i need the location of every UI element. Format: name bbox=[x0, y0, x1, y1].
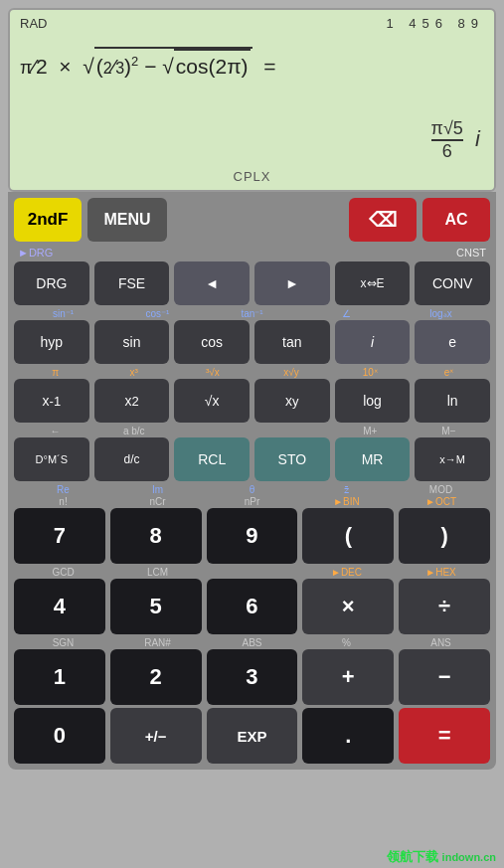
plusminus-button[interactable]: +/− bbox=[110, 708, 202, 764]
conv-button[interactable]: CONV bbox=[415, 261, 490, 305]
bin-label: ►BIN bbox=[299, 496, 394, 507]
2ndf-button[interactable]: 2ndF bbox=[14, 198, 82, 242]
lcm-label: LCM bbox=[110, 567, 205, 578]
xrty-label: x√y bbox=[252, 367, 331, 378]
rparen-button[interactable]: ) bbox=[399, 508, 490, 564]
sgn-label: SGN bbox=[16, 637, 110, 648]
row2-buttons: hyp sin cos tan i e bbox=[14, 320, 490, 364]
ac-button[interactable]: AC bbox=[422, 198, 490, 242]
abc-label: a b/c bbox=[94, 426, 173, 436]
drg-cnst-row: ►DRG CNST bbox=[14, 246, 490, 260]
cnst-sublabel: CNST bbox=[456, 247, 486, 259]
sin-button[interactable]: sin bbox=[94, 320, 170, 364]
minus-button[interactable]: − bbox=[399, 649, 490, 705]
ans-label: ANS bbox=[394, 637, 488, 648]
log-button[interactable]: log bbox=[335, 379, 411, 423]
lparen-button[interactable]: ( bbox=[302, 508, 394, 564]
tan-inv-label: tan⁻¹ bbox=[205, 308, 299, 319]
1-button[interactable]: 1 bbox=[14, 649, 105, 705]
row1-buttons: DRG FSE ◄ ► x⇔E CONV bbox=[14, 261, 490, 305]
fse-button[interactable]: FSE bbox=[94, 261, 170, 305]
drg-button[interactable]: DRG bbox=[14, 261, 89, 305]
status-bar: RAD 1 456 89 bbox=[20, 16, 484, 31]
cbrt-label: ³√x bbox=[173, 367, 252, 378]
cos-inv-label: cos⁻¹ bbox=[110, 308, 205, 319]
npr-label: nPr bbox=[205, 496, 299, 507]
xy-button[interactable]: xy bbox=[254, 379, 330, 423]
im-label: Im bbox=[110, 484, 205, 495]
spacer456 bbox=[205, 567, 299, 578]
result-text: π√5 6 i bbox=[431, 126, 480, 151]
result-area: π√5 6 i bbox=[431, 118, 480, 162]
multiply-button[interactable]: × bbox=[302, 579, 394, 634]
cos-button[interactable]: cos bbox=[174, 320, 250, 364]
i-button[interactable]: i bbox=[335, 320, 411, 364]
hex-label: ►HEX bbox=[394, 567, 488, 578]
xinv-button[interactable]: x-1 bbox=[14, 379, 89, 423]
backspace-button[interactable]: ⌫ bbox=[349, 198, 417, 242]
re-label: Re bbox=[16, 484, 110, 495]
ex-label: eˣ bbox=[410, 367, 488, 378]
x3-label: x³ bbox=[94, 367, 173, 378]
tan-button[interactable]: tan bbox=[254, 320, 330, 364]
spacer-label2 bbox=[252, 426, 331, 436]
5-button[interactable]: 5 bbox=[110, 579, 202, 634]
row3-buttons: x-1 x2 √x xy log ln bbox=[14, 379, 490, 423]
angle-label: ∠ bbox=[299, 308, 394, 319]
4-button[interactable]: 4 bbox=[14, 579, 105, 634]
8-button[interactable]: 8 bbox=[110, 508, 202, 564]
xtom-button[interactable]: x→M bbox=[415, 437, 490, 481]
num-row2: 4 5 6 × ÷ bbox=[14, 579, 490, 634]
dot-button[interactable]: . bbox=[302, 708, 394, 764]
plus-button[interactable]: + bbox=[302, 649, 394, 705]
789-sublabels: n! nCr nPr ►BIN ►OCT bbox=[14, 496, 490, 507]
divide-button[interactable]: ÷ bbox=[399, 579, 490, 634]
equals-button[interactable]: = bbox=[399, 708, 490, 764]
arrow-l-label: ← bbox=[16, 426, 94, 436]
0-button[interactable]: 0 bbox=[14, 708, 105, 764]
x2-button[interactable]: x2 bbox=[94, 379, 170, 423]
tenx-label: 10ˣ bbox=[331, 367, 410, 378]
pi-label: π bbox=[16, 367, 94, 378]
dms-button[interactable]: D°M´S bbox=[14, 437, 89, 481]
memory-indicators: 1 456 89 bbox=[386, 16, 484, 31]
pct-label: % bbox=[299, 637, 394, 648]
gcd-label: GCD bbox=[16, 567, 110, 578]
exp-button[interactable]: EXP bbox=[207, 708, 298, 764]
abs-label: ABS bbox=[205, 637, 299, 648]
expression-area: π⁄2 × √(2⁄3)2 − √cos(2π) = bbox=[20, 35, 484, 94]
mod-label: MOD bbox=[394, 484, 488, 495]
sto-button[interactable]: STO bbox=[254, 437, 330, 481]
num-row1: 7 8 9 ( ) bbox=[14, 508, 490, 564]
6-button[interactable]: 6 bbox=[207, 579, 298, 634]
dc-button[interactable]: d/c bbox=[94, 437, 170, 481]
x-e-button[interactable]: x⇔E bbox=[335, 261, 411, 305]
row2-sublabels: sin⁻¹ cos⁻¹ tan⁻¹ ∠ logₐx bbox=[14, 308, 490, 319]
right-arrow-button[interactable]: ► bbox=[254, 261, 330, 305]
sin-inv-label: sin⁻¹ bbox=[16, 308, 110, 319]
theta-label: θ bbox=[205, 484, 299, 495]
mminus-label: M− bbox=[410, 426, 488, 436]
top-button-row: 2ndF MENU ⌫ AC bbox=[14, 198, 490, 242]
spacer-label bbox=[173, 426, 252, 436]
3-button[interactable]: 3 bbox=[207, 649, 298, 705]
left-arrow-button[interactable]: ◄ bbox=[174, 261, 250, 305]
hyp-button[interactable]: hyp bbox=[14, 320, 89, 364]
123-sublabels: SGN RAN# ABS % ANS bbox=[14, 637, 490, 648]
2-button[interactable]: 2 bbox=[110, 649, 202, 705]
7-button[interactable]: 7 bbox=[14, 508, 105, 564]
rcl-button[interactable]: RCL bbox=[174, 437, 250, 481]
9-button[interactable]: 9 bbox=[207, 508, 298, 564]
456-sublabels: GCD LCM ►DEC ►HEX bbox=[14, 567, 490, 578]
zbar-label: z̄ bbox=[299, 484, 394, 495]
mr-button[interactable]: MR bbox=[335, 437, 411, 481]
cplx-label: CPLX bbox=[234, 169, 271, 184]
ln-button[interactable]: ln bbox=[415, 379, 490, 423]
oct-label: ►OCT bbox=[394, 496, 488, 507]
menu-button[interactable]: MENU bbox=[87, 198, 167, 242]
sqrt-button[interactable]: √x bbox=[174, 379, 250, 423]
nfact-label: n! bbox=[16, 496, 110, 507]
expression-text: π⁄2 × √(2⁄3)2 − √cos(2π) = bbox=[20, 47, 276, 83]
drg-sublabel: ►DRG bbox=[18, 247, 53, 259]
e-button[interactable]: e bbox=[415, 320, 490, 364]
